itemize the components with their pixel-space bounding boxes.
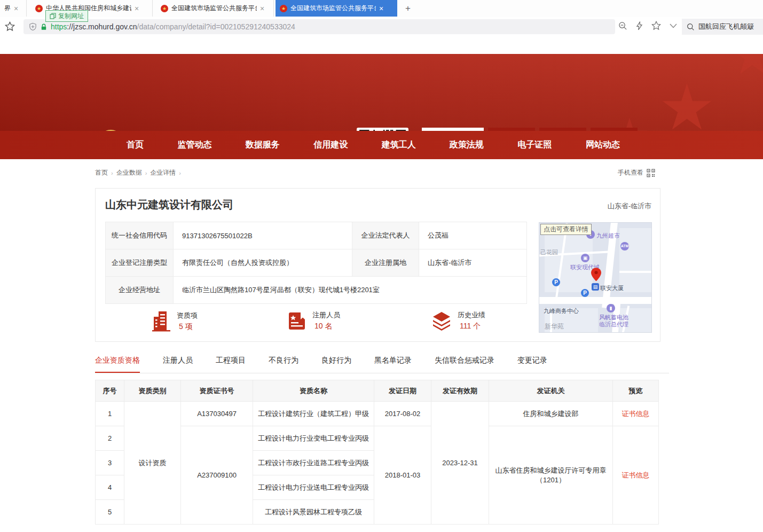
cell-cert-no: A137030497 <box>181 402 253 426</box>
hot-search-text: 国航回应飞机颠簸 <box>698 22 754 32</box>
map-label-xinhua: 新华苑 <box>545 322 564 331</box>
tab-good-behavior[interactable]: 良好行为 <box>321 356 351 373</box>
close-icon[interactable] <box>14 4 18 13</box>
tab-change-records[interactable]: 变更记录 <box>517 356 547 373</box>
hot-search-box[interactable]: 国航回应飞机颠簸 <box>682 19 763 35</box>
certificate-info-link[interactable]: 证书信息 <box>622 471 650 479</box>
nav-item-site-news[interactable]: 网站动态 <box>586 139 620 151</box>
certificate-info-link[interactable]: 证书信息 <box>622 410 650 418</box>
cell-qual-name: 工程设计电力行业变电工程专业丙级 <box>253 426 374 451</box>
favorite-star-icon[interactable] <box>651 21 661 30</box>
cell-authority: 住房和城乡建设部 <box>489 402 613 426</box>
company-location-map[interactable]: 点击可查看详情 ♦ 九州超市 ATM 己花园 ▣ 联安现代城 ▤ 联安大厦 P … <box>539 222 652 333</box>
parking-icon: P <box>581 289 589 297</box>
mobile-view-link[interactable]: 手机查看 <box>618 168 655 177</box>
cell-no: 1 <box>96 402 124 426</box>
building-poi-icon: ▣ <box>581 254 589 262</box>
lightning-icon[interactable] <box>636 21 643 30</box>
stat-label: 历史业绩 <box>458 310 485 320</box>
tab-blacklist[interactable]: 黑名单记录 <box>374 356 412 373</box>
breadcrumb-company-detail[interactable]: 企业详情 <box>150 168 176 177</box>
parking-icon: P <box>552 278 560 286</box>
credit-code-value: 91371302675501022B <box>174 222 352 249</box>
stat-qualifications[interactable]: 资质项 5 项 <box>151 310 198 332</box>
tab-registered-personnel[interactable]: 注册人员 <box>163 356 193 373</box>
close-icon[interactable] <box>379 4 383 13</box>
tab-dishonesty-records[interactable]: 失信联合惩戒记录 <box>435 356 494 373</box>
close-icon[interactable] <box>260 4 264 13</box>
col-header-cert-no: 资质证书号 <box>181 380 253 402</box>
main-navigation: 首页 监管动态 数据服务 信用建设 建筑工人 政策法规 电子证照 网站动态 <box>0 131 763 159</box>
stat-label: 资质项 <box>177 311 198 320</box>
url-host: ://jzsc.mohurd.gov.cn <box>67 22 137 31</box>
cell-category: 设计资质 <box>124 402 181 525</box>
company-location-pin[interactable] <box>591 268 601 281</box>
stat-registered-personnel[interactable]: 注册人员 10 名 <box>287 310 340 331</box>
url-bar[interactable]: https://jzsc.mohurd.gov.cn/data/company/… <box>23 19 615 34</box>
breadcrumb-separator: › <box>145 170 147 176</box>
shield-icon[interactable] <box>29 22 37 31</box>
map-label-lianan-tower: 联安大厦 <box>600 284 624 292</box>
new-tab-button[interactable] <box>402 2 414 15</box>
browser-chrome: 界 中华人民共和国住房和城乡建设 全国建筑市场监管公共服务平台 全国建筑市场监管… <box>0 0 763 36</box>
reg-region-label: 企业注册属地 <box>352 249 419 277</box>
bookmark-star-icon[interactable] <box>5 21 15 32</box>
nav-item-data-service[interactable]: 数据服务 <box>246 139 280 151</box>
browser-tab-partial[interactable]: 界 <box>0 0 27 17</box>
breadcrumb-home[interactable]: 首页 <box>95 168 108 177</box>
nav-item-workers[interactable]: 建筑工人 <box>382 139 416 151</box>
browser-tab-jzsc-1[interactable]: 全国建筑市场监管公共服务平台 <box>156 0 274 17</box>
col-header-valid-until: 发证有效期 <box>431 380 489 402</box>
credit-code-label: 统一社会信用代码 <box>106 222 174 249</box>
url-text[interactable]: https://jzsc.mohurd.gov.cn/data/company/… <box>51 22 295 31</box>
col-header-no: 序号 <box>96 380 124 402</box>
tab-title: 界 <box>4 4 11 13</box>
table-row: 1 设计资质 A137030497 工程设计建筑行业（建筑工程）甲级 2017-… <box>96 402 659 426</box>
performance-layers-icon <box>431 311 452 331</box>
cell-authority: 山东省住房和城乡建设厅许可专用章（1201） <box>489 426 613 525</box>
zoom-out-icon[interactable] <box>618 21 627 30</box>
battery-poi-icon: ▮ <box>607 304 615 312</box>
qualification-building-icon <box>151 310 171 332</box>
cell-no: 4 <box>96 475 124 500</box>
cell-qual-name: 工程设计市政行业道路工程专业丙级 <box>253 451 374 475</box>
nav-item-credit[interactable]: 信用建设 <box>313 139 348 151</box>
cell-no: 3 <box>96 451 124 475</box>
cell-preview: 证书信息 <box>613 426 659 525</box>
browser-tab-jzsc-active[interactable]: 全国建筑市场监管公共服务平台 <box>276 0 397 17</box>
breadcrumb-separator: › <box>111 170 113 176</box>
close-icon[interactable] <box>135 4 139 13</box>
breadcrumb-company-data[interactable]: 企业数据 <box>116 168 142 177</box>
cell-valid-until: 2023-12-31 <box>431 402 489 525</box>
url-path: /data/company/detail?id=0021052912405330… <box>137 22 295 31</box>
stat-historical-performance[interactable]: 历史业绩 111 个 <box>431 310 485 331</box>
chevron-down-icon[interactable] <box>670 24 677 28</box>
nav-item-supervision[interactable]: 监管动态 <box>177 139 211 151</box>
site-favicon-icon <box>161 5 168 12</box>
atm-poi-icon: ATM <box>620 242 629 251</box>
map-label-garden: 己花园 <box>540 248 558 256</box>
nav-item-home[interactable]: 首页 <box>127 139 144 151</box>
tower-poi-icon: ▤ <box>592 283 599 291</box>
search-icon <box>687 23 695 31</box>
qr-code-icon <box>647 169 655 177</box>
stat-value: 5 项 <box>177 322 193 332</box>
company-region: 山东省-临沂市 <box>608 201 651 211</box>
breadcrumb-separator: › <box>179 170 181 176</box>
tab-bad-behavior[interactable]: 不良行为 <box>269 356 298 373</box>
copy-url-tooltip-label: 复制网址 <box>58 12 84 21</box>
cell-issue-date: 2018-01-03 <box>374 426 431 525</box>
col-header-authority: 发证机关 <box>489 380 613 402</box>
cell-qual-name: 工程设计风景园林工程专项乙级 <box>253 500 374 525</box>
reg-type-value: 有限责任公司（自然人投资或控股） <box>174 249 352 277</box>
company-detail-card: 山东中元建筑设计有限公司 山东省-临沂市 统一社会信用代码 9137130267… <box>95 188 660 342</box>
tab-qualifications[interactable]: 企业资质资格 <box>95 356 140 373</box>
nav-item-policy[interactable]: 政策法规 <box>450 139 484 151</box>
col-header-preview: 预览 <box>613 380 659 402</box>
personnel-book-icon <box>287 311 307 331</box>
tab-projects[interactable]: 工程项目 <box>216 356 246 373</box>
legal-rep-value: 公茂福 <box>419 222 527 249</box>
cell-issue-date: 2017-08-02 <box>374 402 431 426</box>
legal-rep-label: 企业法定代表人 <box>352 222 419 249</box>
nav-item-licenses[interactable]: 电子证照 <box>518 139 552 151</box>
